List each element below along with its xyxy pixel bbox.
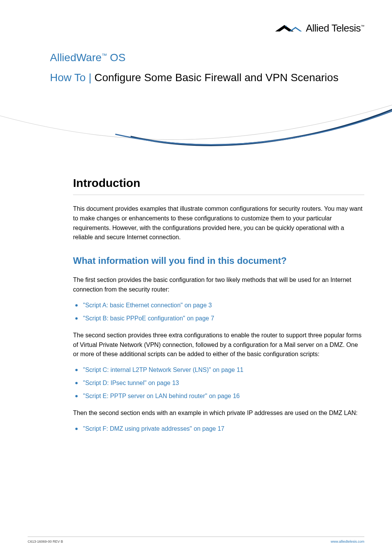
title-text: Configure Some Basic Firewall and VPN Sc… [95, 72, 339, 83]
document-title: How To | Configure Some Basic Firewall a… [50, 70, 364, 86]
list-item[interactable]: "Script B: basic PPPoE configuration" on… [73, 314, 364, 323]
svg-point-2 [286, 25, 287, 27]
product-line: AlliedWare™ OS [50, 50, 364, 66]
list-item[interactable]: "Script E: PPTP server on LAN behind rou… [73, 392, 364, 401]
footer-doc-id: C613-16069-00 REV B [28, 539, 63, 545]
brand-logo: Allied Telesis™ [275, 21, 364, 36]
svg-marker-1 [289, 27, 302, 31]
what-heading: What information will you find in this d… [73, 254, 364, 268]
script-list-2: "Script C: internal L2TP Network Server … [73, 365, 364, 401]
intro-heading: Introduction [73, 174, 364, 195]
tm-mark: ™ [101, 52, 107, 58]
title-separator: | [86, 72, 95, 83]
tm-mark: ™ [361, 24, 365, 28]
what-tail-paragraph: Then the second section ends with an exa… [73, 408, 364, 418]
content-area: Introduction This document provides exam… [50, 174, 364, 433]
script-list-3: "Script F: DMZ using private addresses" … [73, 424, 364, 433]
script-list-1: "Script A: basic Ethernet connection" on… [73, 301, 364, 323]
logo-mark-icon [275, 24, 303, 33]
what-mid-paragraph: The second section provides three extra … [73, 331, 364, 359]
page-root: Allied Telesis™ AlliedWare™ OS How To | … [0, 0, 392, 457]
howto-prefix: How To [50, 72, 86, 83]
list-item[interactable]: "Script C: internal L2TP Network Server … [73, 365, 364, 375]
footer-url[interactable]: www.alliedtelesis.com [331, 539, 364, 545]
list-item[interactable]: "Script F: DMZ using private addresses" … [73, 424, 364, 433]
swoosh-graphic [0, 101, 392, 155]
logo-bar: Allied Telesis™ [50, 21, 364, 36]
intro-paragraph: This document provides examples that ill… [73, 204, 364, 242]
list-item[interactable]: "Script D: IPsec tunnel" on page 13 [73, 378, 364, 388]
what-lead-paragraph: The first section provides the basic con… [73, 275, 364, 295]
page-footer: C613-16069-00 REV B www.alliedtelesis.co… [28, 537, 364, 545]
list-item[interactable]: "Script A: basic Ethernet connection" on… [73, 301, 364, 310]
logo-text: Allied Telesis™ [306, 21, 364, 36]
